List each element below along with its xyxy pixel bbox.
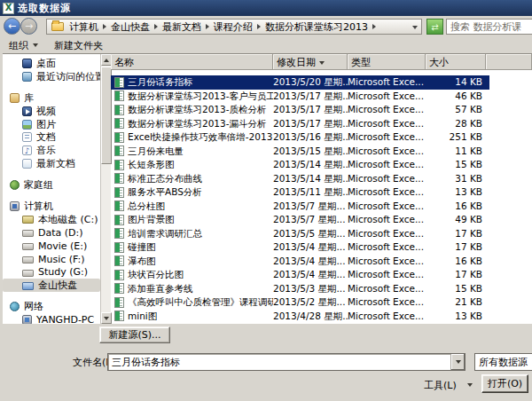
- address-dropdown-icon[interactable]: [412, 26, 418, 29]
- breadcrumb-bar[interactable]: 计算机金山快盘最新文档课程介绍数据分析课堂练习2013: [46, 19, 422, 35]
- navigation-pane: 桌面最近访问的位置库视频图片文档♪音乐最新文档家庭组计算机本地磁盘 (C:)Da…: [3, 54, 111, 324]
- open-button[interactable]: 打开(O): [481, 374, 528, 393]
- sidebar-item-video[interactable]: 视频: [3, 105, 100, 118]
- file-row[interactable]: 三月份话务指标2013/5/20 星期...Microsoft Exce...1…: [111, 75, 489, 90]
- file-date: 2013/5/5 星期...: [273, 227, 348, 241]
- forward-button[interactable]: →: [20, 18, 37, 35]
- breadcrumb-segment[interactable]: 金山快盘: [108, 20, 153, 34]
- file-row[interactable]: 总分柱图2013/5/7 星期...Microsoft Exce...16 KB: [111, 200, 532, 214]
- column-header-date[interactable]: 修改日期: [273, 54, 348, 70]
- file-name: 长短条形图: [128, 158, 175, 172]
- column-header-name[interactable]: 名称: [111, 54, 273, 70]
- sidebar-item-documents[interactable]: 文档: [3, 130, 100, 144]
- file-row[interactable]: 数据分析课堂练习2013-质检分析2013/5/17 星期...Microsof…: [111, 103, 532, 117]
- sidebar-item-library[interactable]: 库: [3, 91, 100, 105]
- back-button[interactable]: ←: [4, 18, 20, 35]
- filename-combobox[interactable]: 三月份话务指标: [107, 353, 466, 371]
- file-row[interactable]: Excel快捷操作技巧效率倍增-20132013/5/16 星期...Micro…: [111, 130, 532, 145]
- file-row[interactable]: 瀑布图2013/5/4 星期...Microsoft Exce...16 KB: [111, 255, 532, 269]
- sidebar-item-label: 金山快盘: [38, 279, 77, 292]
- filetype-filter-combobox[interactable]: 所有数据源: [474, 353, 532, 371]
- sidebar-item-label: Study (G:): [38, 266, 88, 278]
- file-row[interactable]: 块状百分比图2013/5/4 星期...Microsoft Exce...17 …: [111, 268, 532, 282]
- new-source-button[interactable]: 新建源(S)...: [99, 326, 170, 343]
- sidebar-item-kuaipan[interactable]: 金山快盘: [3, 279, 100, 292]
- sidebar-item-network[interactable]: 网络: [3, 300, 100, 313]
- drive-icon: [22, 243, 34, 250]
- sidebar-scrollbar[interactable]: [100, 54, 111, 324]
- sidebar-item-pictures[interactable]: 图片: [3, 118, 100, 131]
- breadcrumb-arrow-icon[interactable]: [206, 24, 209, 29]
- column-header-type[interactable]: 类型: [348, 54, 426, 70]
- sidebar-item-computer[interactable]: 计算机: [3, 200, 100, 213]
- file-size: 46 KB: [426, 90, 486, 104]
- breadcrumb-arrow-icon[interactable]: [372, 24, 376, 29]
- breadcrumb-segment[interactable]: 数据分析课堂练习2013: [262, 20, 371, 34]
- new-folder-button[interactable]: 新建文件夹: [54, 39, 103, 52]
- sidebar-item-label: 文档: [36, 130, 56, 144]
- sidebar-item-recent[interactable]: 最近访问的位置: [3, 70, 100, 83]
- sidebar-item-drive[interactable]: Data (D:): [3, 226, 100, 240]
- excel-file-icon: [114, 256, 124, 266]
- sidebar-item-drive[interactable]: Movie (E:): [3, 240, 100, 253]
- breadcrumb-arrow-icon[interactable]: [154, 24, 158, 29]
- file-date: 2013/5/15 星期...: [273, 145, 348, 159]
- sidebar-item-label: Data (D:): [38, 227, 83, 239]
- tools-menu-button[interactable]: 工具(L): [424, 377, 473, 393]
- file-row[interactable]: 标准正态分布曲线2013/5/14 星期...Microsoft Exce...…: [111, 172, 532, 186]
- sidebar-item-music[interactable]: ♪音乐: [3, 144, 100, 157]
- breadcrumb-segment[interactable]: 最新文档: [160, 20, 204, 34]
- file-row[interactable]: 数据分析课堂练习2013-漏斗分析2013/5/17 星期...Microsof…: [111, 117, 532, 131]
- sidebar-item-drive[interactable]: Music (F:): [3, 253, 100, 266]
- file-row[interactable]: 《高效呼叫中心质检管理》课程调研问卷2013/5/2 星期...Microsof…: [111, 295, 532, 310]
- title-bar[interactable]: X 选取数据源: [0, 0, 532, 16]
- file-row[interactable]: 培训需求调研汇总2013/5/5 星期...Microsoft Exce...1…: [111, 227, 532, 241]
- column-header-size[interactable]: 大小: [426, 54, 486, 70]
- breadcrumb-arrow-icon[interactable]: [103, 24, 106, 29]
- sidebar-item-drivec[interactable]: 本地磁盘 (C:): [3, 213, 100, 226]
- breadcrumb-segment[interactable]: 计算机: [66, 20, 101, 34]
- sidebar-item-label: Music (F:): [38, 254, 85, 265]
- folder-icon: [51, 22, 64, 31]
- file-size: 251 KB: [426, 130, 486, 145]
- file-rows: 三月份话务指标2013/5/20 星期...Microsoft Exce...1…: [111, 70, 532, 323]
- file-row[interactable]: 数据分析课堂练习2013-客户与员工分析2013/5/17 星期...Micro…: [111, 90, 532, 104]
- sidebar-item-recentdocs[interactable]: 最新文档: [3, 157, 100, 170]
- file-row[interactable]: 服务水平ABS分析2013/5/11 星期...Microsoft Exce..…: [111, 185, 532, 200]
- search-input[interactable]: 搜索 数据分析课: [446, 19, 532, 35]
- file-row[interactable]: 添加垂直参考线2013/5/3 星期...Microsoft Exce...15…: [111, 282, 532, 296]
- breadcrumb-segment[interactable]: 课程介绍: [211, 20, 255, 34]
- sidebar-item-drive[interactable]: Study (G:): [3, 265, 100, 279]
- filename-value: 三月份话务指标: [108, 356, 450, 369]
- sidebar-item-homegroup[interactable]: 家庭组: [3, 178, 100, 192]
- select-data-source-dialog: X 选取数据源 ← → 计算机金山快盘最新文档课程介绍数据分析课堂练习2013 …: [0, 0, 532, 401]
- back-arrow-icon: ←: [8, 21, 16, 31]
- file-row[interactable]: 三月份来电量2013/5/15 星期...Microsoft Exce...11…: [111, 145, 532, 159]
- file-date: 2013/5/14 星期...: [273, 172, 348, 186]
- recent-icon: [22, 72, 32, 82]
- file-row[interactable]: 长短条形图2013/5/14 星期...Microsoft Exce...15 …: [111, 158, 532, 172]
- refresh-button[interactable]: ⇄: [426, 19, 443, 35]
- file-type: Microsoft Exce...: [348, 158, 426, 172]
- excel-file-icon: [114, 132, 124, 143]
- sidebar-item-desktop[interactable]: 桌面: [3, 57, 100, 70]
- sidebar-item-label: 库: [24, 91, 34, 105]
- sidebar-item-label: 本地磁盘 (C:): [38, 213, 98, 226]
- file-size: 17 KB: [426, 227, 486, 241]
- chevron-down-icon: [456, 360, 461, 364]
- sidebar-item-label: 家庭组: [24, 178, 53, 192]
- drive-icon: [22, 256, 34, 263]
- file-name: 数据分析课堂练习2013-客户与员工分析: [128, 90, 273, 104]
- organize-menu-button[interactable]: 组织: [9, 39, 38, 52]
- file-row[interactable]: mini图2013/4/28 星期...Microsoft Exce...13 …: [111, 310, 532, 324]
- excel-file-icon: [114, 173, 124, 184]
- breadcrumb-arrow-icon[interactable]: [257, 24, 261, 29]
- file-row[interactable]: 碰撞图2013/5/4 星期...Microsoft Exce...17 KB: [111, 240, 532, 255]
- filename-dropdown-button[interactable]: [450, 354, 465, 370]
- recentdocs-icon: [22, 159, 32, 169]
- dialog-footer: 新建源(S)... 文件名(N): 三月份话务指标 所有数据源 工具(L) 打开…: [0, 324, 532, 401]
- file-name: 培训需求调研汇总: [128, 227, 202, 241]
- file-size: 49 KB: [426, 213, 486, 227]
- file-row[interactable]: 图片背景图2013/5/7 星期...Microsoft Exce...49 K…: [111, 213, 532, 227]
- file-size: 11 KB: [426, 145, 486, 159]
